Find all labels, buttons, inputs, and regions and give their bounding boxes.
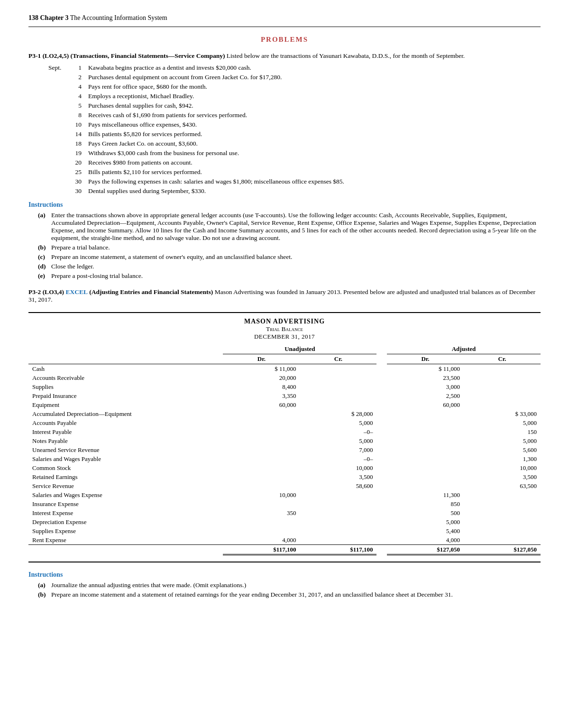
tb-adj-dr xyxy=(387,454,464,463)
tb-unadj-dr xyxy=(223,517,300,526)
tb-adj-cr xyxy=(464,535,541,545)
tb-adj-cr xyxy=(464,364,541,374)
tb-unadj-dr xyxy=(223,499,300,508)
tb-unadj-cr xyxy=(300,490,376,499)
tb-account: Accumulated Depreciation—Equipment xyxy=(28,409,223,418)
tb-unadj-cr xyxy=(300,535,376,545)
tb-account: Equipment xyxy=(28,400,223,409)
tb-unadj-cr: 5,000 xyxy=(300,436,376,445)
transaction-row: 10 Pays miscellaneous office expenses, $… xyxy=(48,120,346,129)
problem-1-intro: P3-1 (LO2,4,5) (Transactions, Financial … xyxy=(28,52,541,60)
tb-row: Interest Expense 350 500 xyxy=(28,508,541,517)
tb-adj-dr: 850 xyxy=(387,499,464,508)
inst-text: Close the ledger. xyxy=(51,263,94,270)
tb-company: MASON ADVERTISING xyxy=(28,318,541,325)
problem-1-intro-text: Listed below are the transactions of Yas… xyxy=(225,52,465,59)
instruction-item: (b)Prepare an income statement and a sta… xyxy=(38,591,541,599)
th-unadj-cr: Cr. xyxy=(300,354,376,364)
tb-unadj-dr xyxy=(223,445,300,454)
tb-account: Supplies xyxy=(28,382,223,391)
tb-unadj-cr xyxy=(300,373,376,382)
tb-adj-cr: $ 33,000 xyxy=(464,409,541,418)
page-header: 138 Chapter 3 The Accounting Information… xyxy=(28,14,541,22)
tx-day: 19 xyxy=(72,149,87,157)
tb-adj-dr xyxy=(387,472,464,481)
tb-row: Interest Payable –0– 150 xyxy=(28,427,541,436)
tb-account: Insurance Expense xyxy=(28,499,223,508)
tx-desc: Pays miscellaneous office expenses, $430… xyxy=(88,120,346,129)
tb-unadj-dr xyxy=(223,472,300,481)
trial-balance-table: Unadjusted Adjusted Dr. Cr. Dr. Cr. Cash… xyxy=(28,344,541,557)
tx-month: Sept. xyxy=(48,64,71,72)
tx-desc: Dental supplies used during September, $… xyxy=(88,187,346,195)
tb-adj-cr: 5,600 xyxy=(464,445,541,454)
tb-unadj-cr: –0– xyxy=(300,427,376,436)
tb-unadj-cr: $ 28,000 xyxy=(300,409,376,418)
tb-adj-cr xyxy=(464,490,541,499)
tb-adj-dr: 500 xyxy=(387,508,464,517)
tb-adj-cr: 10,000 xyxy=(464,463,541,472)
tb-adj-dr xyxy=(387,445,464,454)
inst-label: (a) xyxy=(38,212,51,242)
transaction-row: 14 Bills patients $5,820 for services pe… xyxy=(48,130,346,138)
tx-day: 30 xyxy=(72,177,87,186)
tb-account: Common Stock xyxy=(28,463,223,472)
tx-day: 20 xyxy=(72,158,87,167)
tb-adj-dr: 11,300 xyxy=(387,490,464,499)
tb-unadj-dr: 10,000 xyxy=(223,490,300,499)
tb-row: Prepaid Insurance 3,350 2,500 xyxy=(28,391,541,400)
tb-unadj-cr: 58,600 xyxy=(300,481,376,490)
tb-row: Insurance Expense 850 xyxy=(28,499,541,508)
tb-total-unadj-dr: $117,100 xyxy=(223,545,300,555)
tb-unadj-dr: 350 xyxy=(223,508,300,517)
tb-title: Trial Balance xyxy=(28,325,541,333)
tb-date: December 31, 2017 xyxy=(28,333,541,341)
transaction-row: 18 Pays Green Jacket Co. on account, $3,… xyxy=(48,139,346,148)
tb-adj-dr: 4,000 xyxy=(387,535,464,545)
tb-adj-dr: 3,000 xyxy=(387,382,464,391)
tx-day: 10 xyxy=(72,120,87,129)
tb-totals-row: $117,100 $117,100 $127,050 $127,050 xyxy=(28,545,541,555)
inst-text: Prepare a trial balance. xyxy=(51,244,110,251)
problem-1-bold-title: (Transactions, Financial Statements—Serv… xyxy=(71,52,225,59)
tb-account: Salaries and Wages Expense xyxy=(28,490,223,499)
tb-account: Prepaid Insurance xyxy=(28,391,223,400)
tb-adj-cr xyxy=(464,382,541,391)
tb-row: Accounts Receivable 20,000 23,500 xyxy=(28,373,541,382)
tb-unadj-cr: 7,000 xyxy=(300,445,376,454)
tb-adj-cr: 63,500 xyxy=(464,481,541,490)
tb-row: Retained Earnings 3,500 3,500 xyxy=(28,472,541,481)
tb-unadj-cr xyxy=(300,400,376,409)
tx-desc: Pays the following expenses in cash: sal… xyxy=(88,177,346,186)
problem-1-id: P3-1 xyxy=(28,52,41,59)
tb-adj-dr: 5,400 xyxy=(387,526,464,535)
tb-unadj-cr: 10,000 xyxy=(300,463,376,472)
tb-account: Notes Payable xyxy=(28,436,223,445)
tb-adj-cr: 1,300 xyxy=(464,454,541,463)
chapter-title: The Accounting Information System xyxy=(69,14,167,21)
tx-day: 4 xyxy=(72,92,87,101)
tb-adj-cr: 3,500 xyxy=(464,472,541,481)
tb-adj-dr: $ 11,000 xyxy=(387,364,464,374)
tb-adj-dr: 2,500 xyxy=(387,391,464,400)
tb-unadj-cr xyxy=(300,499,376,508)
tx-month xyxy=(48,83,71,91)
inst-text: Prepare an income statement and a statem… xyxy=(51,591,453,599)
page-number: 138 xyxy=(28,14,38,21)
tx-month xyxy=(48,139,71,148)
tb-unadj-cr xyxy=(300,382,376,391)
transaction-row: 5 Purchases dental supplies for cash, $9… xyxy=(48,101,346,110)
tx-month xyxy=(48,120,71,129)
tb-adj-dr: 23,500 xyxy=(387,373,464,382)
transaction-row: 4 Pays rent for office space, $680 for t… xyxy=(48,83,346,91)
tx-desc: Purchases dental supplies for cash, $942… xyxy=(88,101,346,110)
header-divider xyxy=(28,27,541,27)
tb-total-adj-dr: $127,050 xyxy=(387,545,464,555)
tb-unadj-dr xyxy=(223,418,300,427)
tb-adj-dr xyxy=(387,409,464,418)
instruction-item: (a)Enter the transactions shown above in… xyxy=(38,212,541,242)
tb-row: Rent Expense 4,000 4,000 xyxy=(28,535,541,545)
tb-adj-dr: 60,000 xyxy=(387,400,464,409)
th-unadj-dr: Dr. xyxy=(223,354,300,364)
tx-day: 1 xyxy=(72,64,87,72)
